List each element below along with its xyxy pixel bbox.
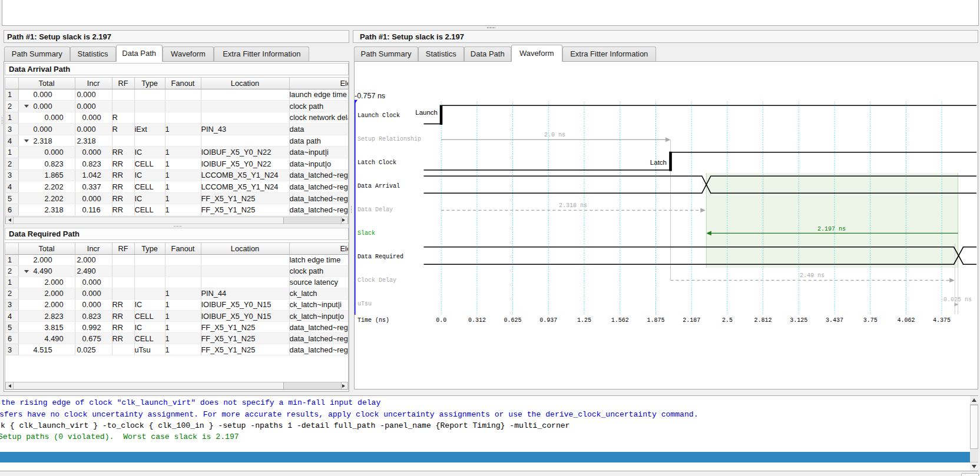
svg-text:0.0: 0.0 <box>436 317 446 324</box>
svg-text:2.318 ns: 2.318 ns <box>559 202 587 209</box>
svg-text:3.75: 3.75 <box>863 317 878 324</box>
svg-text:0.625: 0.625 <box>504 317 522 324</box>
svg-text:Time (ns): Time (ns) <box>357 317 389 324</box>
svg-text:2.0 ns: 2.0 ns <box>544 132 565 138</box>
svg-text:Data Required: Data Required <box>357 254 403 260</box>
svg-text:Latch Clock: Latch Clock <box>357 159 396 166</box>
svg-text:4.062: 4.062 <box>897 317 915 324</box>
svg-text:1.562: 1.562 <box>611 317 629 324</box>
svg-text:2.187: 2.187 <box>683 317 700 324</box>
svg-text:1.25: 1.25 <box>577 317 591 324</box>
svg-text:-0.757 ns: -0.757 ns <box>355 92 385 100</box>
svg-text:1.875: 1.875 <box>647 317 664 324</box>
svg-text:Clock Delay: Clock Delay <box>357 277 396 284</box>
svg-text:Launch: Launch <box>415 109 438 116</box>
svg-text:2.197 ns: 2.197 ns <box>817 226 846 232</box>
svg-text:3.125: 3.125 <box>790 317 807 324</box>
svg-text:0.937: 0.937 <box>539 317 557 324</box>
svg-text:Launch Clock: Launch Clock <box>357 112 400 119</box>
svg-text:3.437: 3.437 <box>826 317 843 324</box>
svg-text:Data Delay: Data Delay <box>357 207 393 213</box>
svg-text:Slack: Slack <box>357 230 375 237</box>
svg-text:2.812: 2.812 <box>754 317 772 324</box>
svg-text:2.5: 2.5 <box>722 317 733 324</box>
svg-text:Setup Relationship: Setup Relationship <box>357 136 421 142</box>
svg-text:Latch: Latch <box>650 159 667 166</box>
svg-text:-0.025 ns: -0.025 ns <box>940 297 972 303</box>
svg-text:2.49 ns: 2.49 ns <box>800 272 825 279</box>
svg-text:Data Arrival: Data Arrival <box>357 183 400 189</box>
svg-text:4.375: 4.375 <box>933 317 951 324</box>
svg-text:uTsu: uTsu <box>357 301 372 307</box>
svg-text:0.312: 0.312 <box>468 317 486 324</box>
